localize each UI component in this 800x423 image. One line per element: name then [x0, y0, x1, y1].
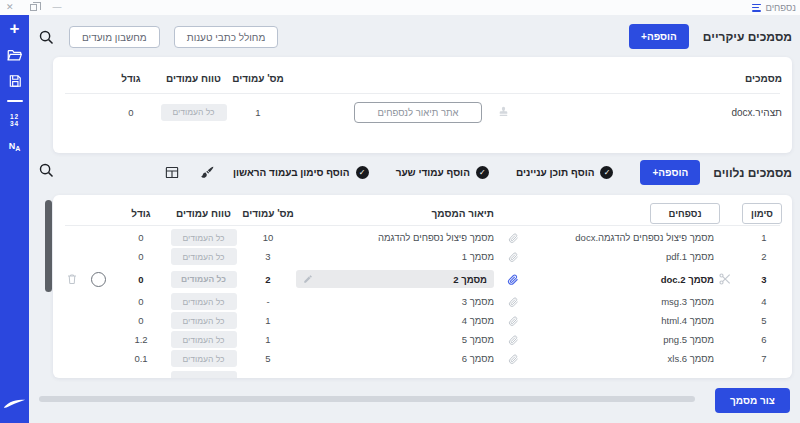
- size-value: 0.1: [116, 353, 166, 364]
- table-row[interactable]: 5 מסמך 4.html מסמך 4 1 כל העמודים 0: [53, 311, 792, 330]
- size-value: 0: [116, 315, 166, 326]
- col-range: טווח עמודים: [166, 208, 241, 219]
- paperclip-icon[interactable]: [500, 296, 526, 308]
- row-number: 5: [736, 315, 792, 326]
- create-document-button[interactable]: צור מסמך: [715, 388, 790, 413]
- document-description: מסמך 1: [295, 251, 500, 262]
- main-docs-title: מסמכים עיקריים: [703, 30, 792, 44]
- table-row[interactable]: 7 מסמך 6.xls מסמך 6 5 כל העמודים 0.1: [53, 349, 792, 368]
- attachments-rows: 1 מסמך פיצול נספחים להדגמה.docx מסמך פיצ…: [53, 228, 792, 378]
- table-row[interactable]: 2 מסמך 1.pdf מסמך 1 3 כל העמודים 0: [53, 247, 792, 266]
- document-name: מסמך 1.pdf: [526, 251, 714, 262]
- grid-view-icon[interactable]: [163, 164, 181, 182]
- description-edit-field[interactable]: מסמך 2: [296, 270, 494, 288]
- row-number: 6: [736, 334, 792, 345]
- titlebar: ✕ — נספחים: [0, 0, 800, 15]
- toggle-toc[interactable]: הוסף תוכן עניינים: [516, 166, 614, 179]
- document-name: מסמך 4.html: [526, 315, 714, 326]
- toggle-first-page-mark[interactable]: הוסף סימון בעמוד הראשון: [233, 166, 369, 179]
- row-number: 2: [736, 251, 792, 262]
- numbering-icon[interactable]: 1234: [0, 107, 29, 133]
- page-range-button[interactable]: כל העמודים: [171, 293, 237, 310]
- description-input[interactable]: אתר תיאור לנספחים: [354, 102, 482, 123]
- app-window: ✕ — נספחים + 1234 NA מסמכים עיקריים הוס: [0, 0, 800, 423]
- document-name: מסמך 5.png: [526, 334, 714, 345]
- attachments-header-row: סימון נספחים תיאור המסמך מס' עמודים טווח…: [53, 201, 792, 225]
- document-name: מסמך 2.doc: [526, 274, 714, 285]
- pencil-icon: [303, 274, 313, 284]
- table-row[interactable]: 4 מסמך 3.msg מסמך 3 - כל העמודים 0: [53, 292, 792, 311]
- main-docs-card: מסמכים מס' עמודים טווח עמודים גודל תצהיר…: [53, 57, 792, 153]
- table-row[interactable]: 6 מסמך 5.png מסמך 5 1 כל העמודים 1.2: [53, 330, 792, 349]
- search-attachments-icon[interactable]: [38, 162, 55, 179]
- document-description: מסמך 3: [295, 296, 500, 307]
- document-description: מסמך 6: [295, 353, 500, 364]
- minimize-icon[interactable]: —: [53, 3, 62, 12]
- window-controls: ✕ —: [6, 0, 62, 15]
- restore-icon[interactable]: [30, 4, 37, 11]
- paperclip-icon[interactable]: [500, 334, 526, 346]
- table-row[interactable]: תצהיר.docx אתר תיאור לנספחים 1 כל העמודי…: [53, 97, 792, 127]
- table-row: [53, 370, 792, 378]
- col-description: תיאור המסמך: [295, 208, 500, 219]
- brush-icon[interactable]: [198, 164, 216, 182]
- page-range-button[interactable]: כל העמודים: [171, 331, 237, 348]
- stamp-icon[interactable]: [490, 105, 516, 119]
- size-value: 0: [106, 107, 156, 118]
- pages-count: 1: [241, 334, 295, 345]
- check-icon: [600, 166, 613, 179]
- annotation-icon[interactable]: NA: [0, 133, 29, 159]
- document-name: מסמך 3.msg: [526, 296, 714, 307]
- save-icon[interactable]: [0, 68, 29, 94]
- col-size: גודל: [106, 73, 156, 84]
- table-row[interactable]: 1 מסמך פיצול נספחים להדגמה.docx מסמך פיצ…: [53, 228, 792, 247]
- menu-icon[interactable]: [752, 4, 761, 12]
- size-value: 0: [116, 296, 166, 307]
- vertical-scrollbar[interactable]: [45, 200, 52, 292]
- page-range-button[interactable]: כל העמודים: [171, 248, 237, 265]
- col-pages: מס' עמודים: [241, 208, 295, 219]
- trash-icon[interactable]: [66, 272, 78, 286]
- page-range-button[interactable]: [171, 371, 237, 378]
- paperclip-icon[interactable]: [500, 273, 526, 286]
- close-icon[interactable]: ✕: [6, 3, 14, 12]
- deadline-calculator-button[interactable]: מחשבון מועדים: [69, 26, 160, 48]
- pleadings-generator-button[interactable]: מחולל כתבי טענות: [174, 26, 279, 48]
- page-range-button[interactable]: כל העמודים: [161, 104, 227, 121]
- open-folder-icon[interactable]: [0, 42, 29, 68]
- horizontal-scrollbar[interactable]: [39, 396, 695, 402]
- col-size: גודל: [116, 208, 166, 219]
- pages-count: 3: [241, 251, 295, 262]
- attachments-header-button[interactable]: נספחים: [650, 203, 720, 224]
- check-icon: [356, 166, 369, 179]
- page-range-button[interactable]: כל העמודים: [171, 312, 237, 329]
- divider: [65, 93, 780, 94]
- page-range-button[interactable]: כל העמודים: [171, 350, 237, 367]
- sign-header-button[interactable]: סימון: [742, 203, 782, 224]
- paperclip-icon[interactable]: [500, 232, 526, 244]
- pages-count: 1: [231, 107, 285, 118]
- pages-count: 2: [241, 274, 295, 285]
- row-number: 1: [736, 232, 792, 243]
- scissors-icon[interactable]: [714, 272, 736, 286]
- page-range-button[interactable]: כל העמודים: [171, 229, 237, 246]
- document-description: מסמך 4: [295, 315, 500, 326]
- radio-select[interactable]: [91, 272, 106, 287]
- size-value: 0: [116, 274, 166, 285]
- paperclip-icon[interactable]: [500, 315, 526, 327]
- table-row-active[interactable]: 3 מסמך 2.doc מסמך 2: [53, 266, 792, 292]
- page-range-button[interactable]: כל העמודים: [171, 271, 237, 288]
- add-main-doc-button[interactable]: הוספה+: [629, 24, 689, 49]
- toggle-cover-pages[interactable]: הוסף עמודי שער: [396, 166, 489, 179]
- paperclip-icon[interactable]: [500, 353, 526, 365]
- new-document-icon[interactable]: +: [0, 16, 29, 42]
- row-number: 3: [736, 274, 792, 285]
- document-name: תצהיר.docx: [516, 107, 792, 118]
- check-icon: [476, 166, 489, 179]
- search-main-icon[interactable]: [38, 29, 55, 46]
- col-documents: מסמכים: [516, 73, 792, 84]
- attachments-card: סימון נספחים תיאור המסמך מס' עמודים טווח…: [53, 195, 792, 378]
- col-range: טווח עמודים: [156, 73, 231, 84]
- add-attachment-button[interactable]: הוספה+: [640, 160, 700, 185]
- paperclip-icon[interactable]: [500, 251, 526, 263]
